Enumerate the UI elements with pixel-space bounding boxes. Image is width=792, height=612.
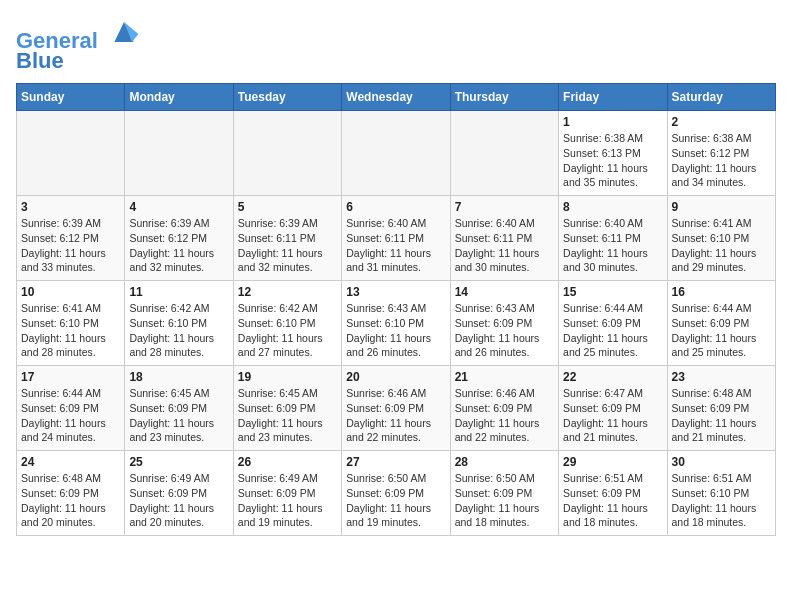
day-number: 18 bbox=[129, 370, 228, 384]
day-info: Sunrise: 6:42 AM Sunset: 6:10 PM Dayligh… bbox=[129, 301, 228, 360]
day-info: Sunrise: 6:41 AM Sunset: 6:10 PM Dayligh… bbox=[21, 301, 120, 360]
day-number: 24 bbox=[21, 455, 120, 469]
day-info: Sunrise: 6:41 AM Sunset: 6:10 PM Dayligh… bbox=[672, 216, 771, 275]
calendar-cell: 1Sunrise: 6:38 AM Sunset: 6:13 PM Daylig… bbox=[559, 111, 667, 196]
day-number: 29 bbox=[563, 455, 662, 469]
page-header: General Blue bbox=[16, 16, 776, 73]
calendar-week-2: 3Sunrise: 6:39 AM Sunset: 6:12 PM Daylig… bbox=[17, 196, 776, 281]
day-info: Sunrise: 6:44 AM Sunset: 6:09 PM Dayligh… bbox=[21, 386, 120, 445]
day-info: Sunrise: 6:45 AM Sunset: 6:09 PM Dayligh… bbox=[129, 386, 228, 445]
day-number: 4 bbox=[129, 200, 228, 214]
day-number: 15 bbox=[563, 285, 662, 299]
day-number: 16 bbox=[672, 285, 771, 299]
calendar-cell bbox=[233, 111, 341, 196]
day-number: 22 bbox=[563, 370, 662, 384]
day-number: 20 bbox=[346, 370, 445, 384]
day-number: 11 bbox=[129, 285, 228, 299]
day-number: 27 bbox=[346, 455, 445, 469]
day-number: 5 bbox=[238, 200, 337, 214]
day-info: Sunrise: 6:39 AM Sunset: 6:11 PM Dayligh… bbox=[238, 216, 337, 275]
column-header-thursday: Thursday bbox=[450, 84, 558, 111]
calendar-cell: 25Sunrise: 6:49 AM Sunset: 6:09 PM Dayli… bbox=[125, 451, 233, 536]
day-info: Sunrise: 6:40 AM Sunset: 6:11 PM Dayligh… bbox=[563, 216, 662, 275]
day-number: 23 bbox=[672, 370, 771, 384]
day-number: 1 bbox=[563, 115, 662, 129]
day-number: 19 bbox=[238, 370, 337, 384]
day-info: Sunrise: 6:43 AM Sunset: 6:10 PM Dayligh… bbox=[346, 301, 445, 360]
calendar-cell: 9Sunrise: 6:41 AM Sunset: 6:10 PM Daylig… bbox=[667, 196, 775, 281]
logo-icon bbox=[108, 16, 140, 48]
column-header-saturday: Saturday bbox=[667, 84, 775, 111]
day-number: 13 bbox=[346, 285, 445, 299]
calendar-cell: 10Sunrise: 6:41 AM Sunset: 6:10 PM Dayli… bbox=[17, 281, 125, 366]
calendar-cell: 18Sunrise: 6:45 AM Sunset: 6:09 PM Dayli… bbox=[125, 366, 233, 451]
calendar-cell: 22Sunrise: 6:47 AM Sunset: 6:09 PM Dayli… bbox=[559, 366, 667, 451]
calendar-cell: 30Sunrise: 6:51 AM Sunset: 6:10 PM Dayli… bbox=[667, 451, 775, 536]
calendar-cell: 5Sunrise: 6:39 AM Sunset: 6:11 PM Daylig… bbox=[233, 196, 341, 281]
calendar-week-4: 17Sunrise: 6:44 AM Sunset: 6:09 PM Dayli… bbox=[17, 366, 776, 451]
calendar-header-row: SundayMondayTuesdayWednesdayThursdayFrid… bbox=[17, 84, 776, 111]
column-header-tuesday: Tuesday bbox=[233, 84, 341, 111]
calendar-cell bbox=[17, 111, 125, 196]
day-info: Sunrise: 6:46 AM Sunset: 6:09 PM Dayligh… bbox=[455, 386, 554, 445]
day-number: 7 bbox=[455, 200, 554, 214]
calendar-week-5: 24Sunrise: 6:48 AM Sunset: 6:09 PM Dayli… bbox=[17, 451, 776, 536]
day-info: Sunrise: 6:47 AM Sunset: 6:09 PM Dayligh… bbox=[563, 386, 662, 445]
column-header-wednesday: Wednesday bbox=[342, 84, 450, 111]
day-number: 10 bbox=[21, 285, 120, 299]
calendar-cell: 24Sunrise: 6:48 AM Sunset: 6:09 PM Dayli… bbox=[17, 451, 125, 536]
calendar-cell: 8Sunrise: 6:40 AM Sunset: 6:11 PM Daylig… bbox=[559, 196, 667, 281]
day-info: Sunrise: 6:50 AM Sunset: 6:09 PM Dayligh… bbox=[346, 471, 445, 530]
day-info: Sunrise: 6:44 AM Sunset: 6:09 PM Dayligh… bbox=[672, 301, 771, 360]
day-info: Sunrise: 6:51 AM Sunset: 6:09 PM Dayligh… bbox=[563, 471, 662, 530]
day-info: Sunrise: 6:45 AM Sunset: 6:09 PM Dayligh… bbox=[238, 386, 337, 445]
calendar-table: SundayMondayTuesdayWednesdayThursdayFrid… bbox=[16, 83, 776, 536]
day-info: Sunrise: 6:40 AM Sunset: 6:11 PM Dayligh… bbox=[346, 216, 445, 275]
day-info: Sunrise: 6:38 AM Sunset: 6:12 PM Dayligh… bbox=[672, 131, 771, 190]
day-info: Sunrise: 6:43 AM Sunset: 6:09 PM Dayligh… bbox=[455, 301, 554, 360]
day-info: Sunrise: 6:49 AM Sunset: 6:09 PM Dayligh… bbox=[129, 471, 228, 530]
day-info: Sunrise: 6:48 AM Sunset: 6:09 PM Dayligh… bbox=[21, 471, 120, 530]
day-info: Sunrise: 6:39 AM Sunset: 6:12 PM Dayligh… bbox=[129, 216, 228, 275]
day-info: Sunrise: 6:48 AM Sunset: 6:09 PM Dayligh… bbox=[672, 386, 771, 445]
day-info: Sunrise: 6:44 AM Sunset: 6:09 PM Dayligh… bbox=[563, 301, 662, 360]
day-info: Sunrise: 6:46 AM Sunset: 6:09 PM Dayligh… bbox=[346, 386, 445, 445]
day-number: 8 bbox=[563, 200, 662, 214]
calendar-cell: 23Sunrise: 6:48 AM Sunset: 6:09 PM Dayli… bbox=[667, 366, 775, 451]
calendar-cell: 4Sunrise: 6:39 AM Sunset: 6:12 PM Daylig… bbox=[125, 196, 233, 281]
day-number: 17 bbox=[21, 370, 120, 384]
calendar-cell: 3Sunrise: 6:39 AM Sunset: 6:12 PM Daylig… bbox=[17, 196, 125, 281]
calendar-cell: 19Sunrise: 6:45 AM Sunset: 6:09 PM Dayli… bbox=[233, 366, 341, 451]
day-info: Sunrise: 6:42 AM Sunset: 6:10 PM Dayligh… bbox=[238, 301, 337, 360]
day-info: Sunrise: 6:38 AM Sunset: 6:13 PM Dayligh… bbox=[563, 131, 662, 190]
day-number: 2 bbox=[672, 115, 771, 129]
calendar-cell: 28Sunrise: 6:50 AM Sunset: 6:09 PM Dayli… bbox=[450, 451, 558, 536]
column-header-friday: Friday bbox=[559, 84, 667, 111]
column-header-sunday: Sunday bbox=[17, 84, 125, 111]
calendar-cell: 13Sunrise: 6:43 AM Sunset: 6:10 PM Dayli… bbox=[342, 281, 450, 366]
day-number: 9 bbox=[672, 200, 771, 214]
day-number: 28 bbox=[455, 455, 554, 469]
day-number: 12 bbox=[238, 285, 337, 299]
day-number: 25 bbox=[129, 455, 228, 469]
day-number: 30 bbox=[672, 455, 771, 469]
day-info: Sunrise: 6:51 AM Sunset: 6:10 PM Dayligh… bbox=[672, 471, 771, 530]
logo: General Blue bbox=[16, 16, 140, 73]
calendar-cell: 7Sunrise: 6:40 AM Sunset: 6:11 PM Daylig… bbox=[450, 196, 558, 281]
calendar-week-1: 1Sunrise: 6:38 AM Sunset: 6:13 PM Daylig… bbox=[17, 111, 776, 196]
day-number: 3 bbox=[21, 200, 120, 214]
calendar-cell bbox=[450, 111, 558, 196]
calendar-cell: 17Sunrise: 6:44 AM Sunset: 6:09 PM Dayli… bbox=[17, 366, 125, 451]
day-info: Sunrise: 6:49 AM Sunset: 6:09 PM Dayligh… bbox=[238, 471, 337, 530]
calendar-cell bbox=[342, 111, 450, 196]
calendar-cell: 16Sunrise: 6:44 AM Sunset: 6:09 PM Dayli… bbox=[667, 281, 775, 366]
calendar-cell: 11Sunrise: 6:42 AM Sunset: 6:10 PM Dayli… bbox=[125, 281, 233, 366]
calendar-cell: 21Sunrise: 6:46 AM Sunset: 6:09 PM Dayli… bbox=[450, 366, 558, 451]
day-number: 6 bbox=[346, 200, 445, 214]
calendar-week-3: 10Sunrise: 6:41 AM Sunset: 6:10 PM Dayli… bbox=[17, 281, 776, 366]
calendar-cell: 12Sunrise: 6:42 AM Sunset: 6:10 PM Dayli… bbox=[233, 281, 341, 366]
calendar-cell bbox=[125, 111, 233, 196]
calendar-cell: 2Sunrise: 6:38 AM Sunset: 6:12 PM Daylig… bbox=[667, 111, 775, 196]
calendar-cell: 26Sunrise: 6:49 AM Sunset: 6:09 PM Dayli… bbox=[233, 451, 341, 536]
column-header-monday: Monday bbox=[125, 84, 233, 111]
